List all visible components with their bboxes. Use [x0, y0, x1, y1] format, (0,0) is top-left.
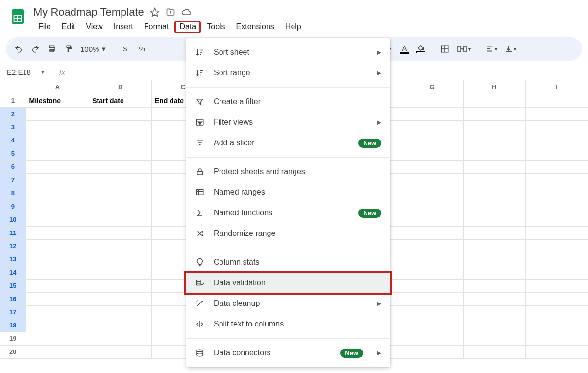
cell[interactable] — [401, 239, 463, 253]
cell[interactable] — [89, 345, 152, 358]
cell[interactable] — [89, 107, 152, 120]
row-header[interactable]: 14 — [0, 266, 26, 279]
menu-item-named-ranges[interactable]: Named ranges — [186, 182, 390, 203]
fill-color-button[interactable] — [416, 45, 426, 53]
cell[interactable] — [401, 120, 463, 134]
cell[interactable] — [463, 266, 525, 279]
star-icon[interactable] — [150, 7, 160, 17]
menu-item-create-filter[interactable]: Create a filter — [186, 92, 390, 112]
cell[interactable] — [525, 332, 588, 345]
cell[interactable]: Milestone — [26, 94, 89, 107]
row-header[interactable]: 8 — [0, 186, 26, 200]
cell[interactable] — [401, 134, 463, 147]
menu-file[interactable]: File — [33, 21, 56, 33]
cell[interactable] — [401, 345, 463, 358]
menu-extensions[interactable]: Extensions — [231, 21, 279, 33]
row-header[interactable]: 10 — [0, 213, 26, 226]
row-header[interactable]: 16 — [0, 292, 26, 305]
cell[interactable] — [89, 319, 152, 332]
cell[interactable] — [401, 305, 463, 319]
cell[interactable] — [401, 186, 463, 200]
menu-item-sort-sheet[interactable]: Sort sheet ▶ — [186, 42, 390, 63]
cell[interactable] — [26, 319, 89, 332]
cell[interactable] — [525, 266, 588, 279]
row-header[interactable]: 9 — [0, 200, 26, 213]
cell[interactable] — [26, 186, 89, 200]
cell[interactable] — [463, 253, 525, 266]
menu-insert[interactable]: Insert — [109, 21, 138, 33]
cell[interactable] — [525, 345, 588, 358]
redo-button[interactable] — [30, 45, 40, 53]
cell[interactable] — [463, 226, 525, 239]
cell[interactable] — [89, 332, 152, 345]
cell[interactable] — [525, 226, 588, 239]
cell[interactable] — [26, 239, 89, 253]
cell[interactable] — [89, 253, 152, 266]
menu-item-data-validation[interactable]: Data validation — [186, 273, 390, 293]
cell[interactable] — [401, 200, 463, 213]
move-to-folder-icon[interactable] — [166, 7, 175, 17]
row-header[interactable]: 20 — [0, 345, 26, 358]
currency-format-button[interactable]: $ — [120, 45, 130, 53]
cell[interactable] — [525, 292, 588, 305]
cell[interactable] — [26, 226, 89, 239]
cell[interactable] — [525, 94, 588, 107]
menu-item-data-cleanup[interactable]: Data cleanup ▶ — [186, 293, 390, 314]
cell[interactable] — [401, 279, 463, 292]
row-header[interactable]: 4 — [0, 134, 26, 147]
cell[interactable] — [26, 200, 89, 213]
cell[interactable] — [89, 120, 152, 134]
cell[interactable] — [89, 200, 152, 213]
cell[interactable] — [89, 239, 152, 253]
column-header[interactable]: B — [89, 80, 152, 94]
menu-item-sort-range[interactable]: Sort range ▶ — [186, 63, 390, 83]
cell[interactable] — [26, 305, 89, 319]
cell[interactable] — [525, 200, 588, 213]
menu-data[interactable]: Data — [174, 21, 201, 33]
horizontal-align-button[interactable]: ▾ — [485, 45, 497, 53]
cell[interactable] — [401, 253, 463, 266]
cell[interactable] — [26, 134, 89, 147]
cell[interactable] — [525, 160, 588, 173]
cloud-status-icon[interactable] — [181, 7, 191, 17]
menu-item-data-connectors[interactable]: Data connectors New ▶ — [186, 343, 390, 359]
cell[interactable] — [525, 253, 588, 266]
cell[interactable] — [26, 173, 89, 186]
cell[interactable] — [26, 213, 89, 226]
menu-format[interactable]: Format — [139, 21, 174, 33]
cell[interactable] — [26, 332, 89, 345]
row-header[interactable]: 17 — [0, 305, 26, 319]
cell[interactable] — [525, 107, 588, 120]
fx-icon[interactable]: fx — [59, 68, 65, 76]
cell[interactable] — [89, 147, 152, 160]
undo-button[interactable] — [14, 45, 24, 53]
row-header[interactable]: 1 — [0, 94, 26, 107]
cell[interactable] — [89, 305, 152, 319]
cell[interactable]: Start date — [89, 94, 152, 107]
text-color-button[interactable]: A — [399, 45, 409, 54]
cell[interactable] — [525, 319, 588, 332]
cell[interactable] — [525, 134, 588, 147]
cell[interactable] — [463, 345, 525, 358]
cell[interactable] — [89, 226, 152, 239]
column-header[interactable]: I — [525, 80, 588, 94]
cell[interactable] — [89, 279, 152, 292]
menu-edit[interactable]: Edit — [57, 21, 80, 33]
row-header[interactable]: 18 — [0, 319, 26, 332]
cell[interactable] — [89, 186, 152, 200]
menu-view[interactable]: View — [81, 21, 107, 33]
cell[interactable] — [401, 213, 463, 226]
cell[interactable] — [26, 160, 89, 173]
cell[interactable] — [525, 305, 588, 319]
cell[interactable] — [525, 186, 588, 200]
percent-format-button[interactable]: % — [137, 45, 147, 53]
row-header[interactable]: 13 — [0, 253, 26, 266]
cell[interactable] — [463, 107, 525, 120]
cell[interactable] — [463, 332, 525, 345]
paint-format-button[interactable] — [64, 45, 74, 53]
select-all-corner[interactable] — [0, 80, 26, 94]
document-title[interactable]: My Roadmap Template — [33, 6, 144, 19]
cell[interactable] — [26, 120, 89, 134]
name-box[interactable]: E2:E18 ▼ — [0, 68, 49, 76]
cell[interactable] — [525, 239, 588, 253]
